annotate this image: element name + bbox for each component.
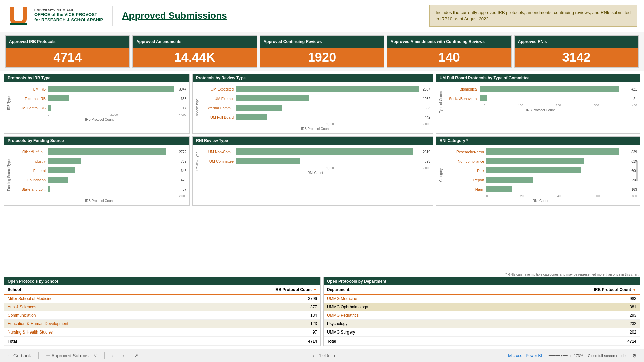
schools-col1-header[interactable]: School [8, 287, 267, 292]
schools-sort-icon[interactable]: ▼ [313, 287, 317, 292]
chart-funding-source-title: Protocols by Funding Source [4, 137, 189, 145]
chart-irb-type: Protocols by IRB Type IRB Type UM IRB [4, 74, 190, 134]
nav-prev-button[interactable]: ‹ [110, 352, 116, 359]
depts-col2-header[interactable]: IRB Protocol Count [594, 287, 631, 292]
bar-row-non-compliance: Non-compliance 619 [444, 158, 637, 165]
tick-2000: 2,000 [110, 113, 118, 116]
kpi-rnis-value: 3142 [515, 48, 638, 67]
chart-rni-review: RNI Review Type Review Type UM Non-Com..… [192, 136, 433, 206]
bar-container-foundation [48, 177, 177, 183]
school-name-0[interactable]: Miller School of Medicine [4, 295, 261, 303]
bar-val-um-exempt: 1032 [423, 97, 430, 101]
table-row: Psychology 232 [324, 320, 640, 328]
chart-irb-type-bars: UM IRB 3944 External IRB [12, 85, 186, 112]
bar-label-central-irb: UM Central IRB [12, 106, 46, 110]
chart-full-board-title: UM Full Board Protocols by Type of Commi… [436, 74, 640, 82]
schools-col2-header[interactable]: IRB Protocol Count [274, 287, 312, 292]
bar-row-external-comm: External Comm... 653 [200, 105, 430, 111]
page-prev-button[interactable]: ‹ [311, 352, 317, 359]
nav-expand-button[interactable]: ⤢ [132, 352, 140, 359]
school-name-2[interactable]: Communication [4, 311, 261, 320]
powerbi-link[interactable]: Microsoft Power BI [508, 353, 542, 358]
bar-val-biomedical: 421 [631, 87, 637, 91]
chart-full-board: UM Full Board Protocols by Type of Commi… [436, 74, 640, 134]
school-count-4: 97 [261, 328, 320, 337]
kpi-irb-protocols[interactable]: Approved IRB Protocols 4714 [5, 35, 130, 68]
chart-funding-source-bars: Other/Unfun... 2772 Industry [12, 147, 186, 194]
dept-name-4[interactable]: UMMG Surgery [324, 328, 570, 337]
table-departments-title: Open Protocols by Department [324, 277, 640, 285]
bar-container-non-compliance [486, 158, 628, 165]
bar-external-comm [236, 105, 282, 111]
school-name-4[interactable]: Nursing & Health Studies [4, 328, 261, 337]
kpi-amendments-label: Approved Amendments [133, 36, 257, 48]
bar-label-um-committee: UM Committee [200, 159, 234, 163]
kpi-continuing-reviews[interactable]: Approved Continuing Reviews 1920 [260, 35, 384, 68]
table-row: Nursing & Health Studies 97 [4, 328, 320, 337]
kpi-amendments-continuing[interactable]: Approved Amendments with Continuing Revi… [387, 35, 512, 68]
dept-count-1: 381 [570, 303, 640, 311]
bar-um-non-com [236, 148, 413, 155]
chart-rni-category-x-label: RNI Count [444, 199, 637, 203]
school-name-1[interactable]: Arts & Sciences [4, 303, 261, 311]
bar-other [48, 148, 166, 155]
bar-container-industry [48, 158, 177, 165]
fullscreen-button[interactable]: Close full-screen mode [586, 353, 628, 358]
bar-label-federal: Federal [12, 169, 46, 173]
bottom-right: Microsoft Power BI − ━━━━━●━━ + 173% Clo… [508, 352, 639, 359]
table-row: Arts & Sciences 377 [4, 303, 320, 311]
table-row: UMMG Surgery 202 [324, 328, 640, 337]
nav-next-button[interactable]: › [121, 352, 127, 359]
dept-name-0[interactable]: UMMG Medicine [324, 295, 570, 303]
go-back-button[interactable]: ← Go back [5, 352, 33, 359]
chart-funding-source: Protocols by Funding Source Funding Sour… [4, 136, 190, 206]
depts-total-label: Total [324, 337, 483, 346]
bar-container-state [48, 186, 179, 193]
chart-irb-type-title: Protocols by IRB Type [4, 74, 189, 82]
bar-label-other: Other/Unfun... [12, 150, 46, 154]
bottom-bar: ← Go back ☰ Approved Submis... ∨ ‹ › ⤢ ‹… [0, 349, 644, 362]
bar-state [48, 186, 50, 192]
bar-central-irb [48, 105, 51, 111]
depts-sort-icon[interactable]: ▼ [632, 287, 636, 292]
tab-menu-button[interactable]: ☰ Approved Submis... ∨ [44, 352, 99, 359]
bar-row-report: Report 298 [444, 177, 637, 183]
chart-rni-review-title: RNI Review Type [193, 137, 433, 145]
page-container: UNIVERSITY OF MIAMI OFFICE of the VICE P… [0, 0, 644, 362]
kpi-continuing-reviews-label: Approved Continuing Reviews [260, 36, 384, 48]
bar-val-um-committee: 823 [425, 160, 430, 163]
bar-harm [486, 186, 512, 192]
kpi-rnis[interactable]: Approved RNIs 3142 [514, 35, 639, 68]
chart-rni-category-y-axis: Category [439, 168, 443, 182]
chart-full-board-y-axis: Type of Committee [439, 85, 443, 113]
dept-count-4: 202 [570, 328, 640, 337]
chart-review-type-y-axis: Review Type [195, 98, 199, 117]
depts-col1-header[interactable]: Department [327, 287, 586, 292]
settings-icon[interactable]: ⚙ [630, 352, 639, 359]
bar-social-behavioral [480, 95, 487, 101]
kpi-amendments[interactable]: Approved Amendments 14.44K [132, 35, 257, 68]
bar-um-irb [48, 86, 174, 92]
zoom-minus-icon[interactable]: − [545, 354, 547, 358]
dept-name-2[interactable]: UMMG Pediatrics [324, 311, 570, 320]
schools-table-scroll[interactable]: Miller School of Medicine 3796 Arts & Sc… [4, 295, 320, 337]
bar-report [486, 177, 533, 183]
dept-name-3[interactable]: Psychology [324, 320, 570, 328]
bar-label-risk: Risk [444, 169, 484, 173]
zoom-plus-icon[interactable]: + [570, 354, 572, 358]
bar-val-harm: 163 [631, 188, 637, 191]
chart-rni-review-y-axis: Review Type [195, 152, 199, 171]
page-next-button[interactable]: › [332, 352, 337, 359]
school-name-3[interactable]: Education & Human Development [4, 320, 261, 328]
bar-federal [48, 167, 75, 173]
table-schools-title: Open Protocols by School [4, 277, 320, 285]
bar-row-industry: Industry 769 [12, 158, 186, 165]
dept-name-1[interactable]: UMMG Ophthalmology [324, 303, 570, 311]
bar-container-researcher-error [486, 148, 628, 155]
bar-val-um-full-board: 442 [425, 116, 430, 119]
bar-container-risk [486, 167, 628, 174]
bar-container-external-comm [236, 105, 421, 111]
depts-table-scroll[interactable]: UMMG Medicine 983 UMMG Ophthalmology 381… [324, 295, 640, 337]
bar-row-researcher-error: Researcher-error 839 [444, 148, 637, 155]
zoom-slider[interactable]: ━━━━━●━━ [549, 353, 568, 358]
